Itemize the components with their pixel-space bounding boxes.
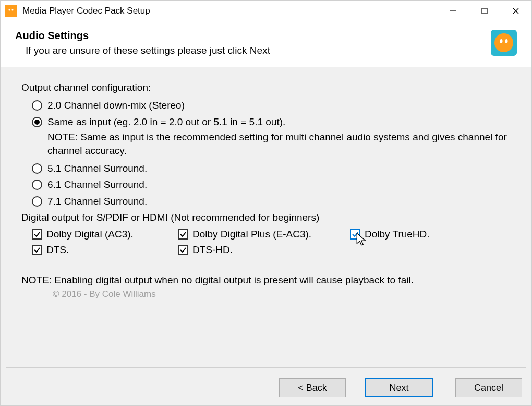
radio-option-61[interactable]: 6.1 Channel Surround. xyxy=(32,178,511,192)
output-radio-group: 2.0 Channel down-mix (Stereo) Same as in… xyxy=(21,99,511,208)
svg-point-8 xyxy=(494,33,513,52)
page-title: Audio Settings xyxy=(15,30,491,42)
svg-point-1 xyxy=(8,9,10,10)
svg-point-9 xyxy=(500,39,503,43)
setup-window: Media Player Codec Pack Setup Audio Sett… xyxy=(0,0,532,406)
checkbox-icon xyxy=(178,245,188,255)
radio-label: 6.1 Channel Surround. xyxy=(47,178,147,192)
window-controls xyxy=(438,1,531,21)
checkbox-dolby-digital[interactable]: Dolby Digital (AC3). xyxy=(32,229,178,240)
checkbox-dolby-digital-plus[interactable]: Dolby Digital Plus (E-AC3). xyxy=(178,229,350,240)
radio-icon xyxy=(32,196,42,207)
footer-note: NOTE: Enabling digital output when no di… xyxy=(21,274,511,286)
checkbox-icon xyxy=(178,229,188,240)
maximize-button[interactable] xyxy=(469,1,500,21)
svg-point-10 xyxy=(505,39,508,43)
close-button[interactable] xyxy=(500,1,531,21)
radio-icon xyxy=(32,100,42,111)
output-section-label: Output channel configuration: xyxy=(21,82,511,93)
same-as-input-note: NOTE: Same as input is the recommended s… xyxy=(32,130,511,157)
checkbox-dolby-truehd[interactable]: Dolby TrueHD. xyxy=(350,229,511,240)
checkbox-label: Dolby Digital Plus (E-AC3). xyxy=(192,229,311,240)
radio-option-same-as-input[interactable]: Same as input (eg. 2.0 in = 2.0 out or 5… xyxy=(32,115,511,129)
radio-label: Same as input (eg. 2.0 in = 2.0 out or 5… xyxy=(47,115,285,129)
radio-icon xyxy=(32,163,42,174)
radio-icon xyxy=(32,180,42,190)
cancel-button[interactable]: Cancel xyxy=(455,378,522,397)
minimize-button[interactable] xyxy=(438,1,469,21)
radio-icon xyxy=(32,117,42,127)
window-title: Media Player Codec Pack Setup xyxy=(22,6,438,16)
radio-option-51[interactable]: 5.1 Channel Surround. xyxy=(32,162,511,175)
checkbox-icon xyxy=(32,245,42,255)
titlebar: Media Player Codec Pack Setup xyxy=(1,1,531,21)
radio-label: 5.1 Channel Surround. xyxy=(47,162,147,175)
footer-divider xyxy=(6,367,526,368)
digital-checkbox-group: Dolby Digital (AC3). Dolby Digital Plus … xyxy=(21,229,511,256)
next-button[interactable]: Next xyxy=(365,378,433,397)
app-icon xyxy=(5,5,17,17)
digital-section-label: Digital output for S/PDIF or HDMI (Not r… xyxy=(21,212,511,223)
page-body: Output channel configuration: 2.0 Channe… xyxy=(1,67,531,405)
copyright-text: © 2016 - By Cole Williams xyxy=(53,289,511,300)
svg-rect-4 xyxy=(482,8,487,14)
page-header: Audio Settings If you are unsure of thes… xyxy=(1,21,531,67)
checkbox-label: DTS-HD. xyxy=(192,244,233,256)
checkbox-icon xyxy=(350,229,360,240)
page-subtitle: If you are unsure of these settings plea… xyxy=(15,45,491,56)
radio-label: 2.0 Channel down-mix (Stereo) xyxy=(47,99,185,112)
radio-option-71[interactable]: 7.1 Channel Surround. xyxy=(32,195,511,208)
radio-option-stereo[interactable]: 2.0 Channel down-mix (Stereo) xyxy=(32,99,511,112)
checkbox-label: DTS. xyxy=(46,244,69,256)
wizard-buttons: < Back Next Cancel xyxy=(277,378,522,397)
checkbox-dts[interactable]: DTS. xyxy=(32,244,178,256)
header-logo-icon xyxy=(491,30,517,56)
checkbox-icon xyxy=(32,229,42,240)
checkbox-label: Dolby TrueHD. xyxy=(365,229,430,240)
svg-rect-0 xyxy=(5,5,17,17)
svg-point-2 xyxy=(11,9,13,10)
checkbox-label: Dolby Digital (AC3). xyxy=(46,229,134,240)
back-button[interactable]: < Back xyxy=(279,378,346,397)
checkbox-dts-hd[interactable]: DTS-HD. xyxy=(178,244,350,256)
radio-label: 7.1 Channel Surround. xyxy=(47,195,147,208)
